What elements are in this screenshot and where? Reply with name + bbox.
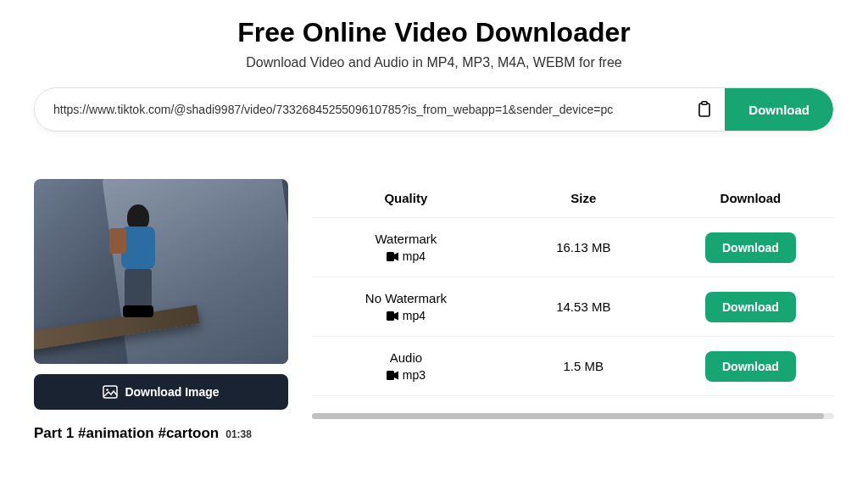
download-options-table: Quality Size Download Watermark mp4 xyxy=(312,179,834,396)
page-title: Free Online Video Downloader xyxy=(34,17,834,48)
video-title: Part 1 #animation #cartoon xyxy=(34,425,219,442)
format-label: mp4 xyxy=(403,309,426,322)
paste-button[interactable] xyxy=(684,88,725,131)
download-image-label: Download Image xyxy=(125,385,219,399)
video-icon xyxy=(387,252,398,261)
image-icon xyxy=(103,385,118,399)
size-value: 14.53 MB xyxy=(500,299,667,314)
scrollbar-thumb[interactable] xyxy=(312,413,824,419)
quality-label: No Watermark xyxy=(312,291,500,305)
horizontal-scrollbar[interactable] xyxy=(312,413,834,419)
column-header-download: Download xyxy=(667,191,834,205)
url-input[interactable] xyxy=(35,91,684,128)
svg-rect-1 xyxy=(702,102,707,105)
size-value: 1.5 MB xyxy=(500,359,667,373)
download-image-button[interactable]: Download Image xyxy=(34,374,288,410)
quality-label: Audio xyxy=(312,350,500,365)
clipboard-icon xyxy=(697,101,712,118)
download-row-button[interactable]: Download xyxy=(705,232,796,263)
column-header-size: Size xyxy=(500,191,667,205)
video-icon xyxy=(387,371,398,380)
page-subtitle: Download Video and Audio in MP4, MP3, M4… xyxy=(34,55,834,70)
download-row-button[interactable]: Download xyxy=(705,351,796,382)
video-duration: 01:38 xyxy=(225,428,252,440)
svg-rect-5 xyxy=(387,311,394,321)
svg-rect-6 xyxy=(387,371,394,380)
table-row: Audio mp3 1.5 MB Download xyxy=(312,337,834,396)
table-row: No Watermark mp4 14.53 MB Download xyxy=(312,277,834,337)
url-search-bar: Download xyxy=(34,87,834,131)
format-label: mp4 xyxy=(403,249,426,263)
svg-point-3 xyxy=(107,389,109,391)
table-row: Watermark mp4 16.13 MB Download xyxy=(312,218,834,277)
quality-label: Watermark xyxy=(312,232,500,246)
format-label: mp3 xyxy=(403,368,426,382)
download-row-button[interactable]: Download xyxy=(705,292,796,322)
video-icon xyxy=(387,311,398,321)
svg-rect-4 xyxy=(387,252,394,261)
size-value: 16.13 MB xyxy=(500,240,667,254)
column-header-quality: Quality xyxy=(312,191,500,205)
video-thumbnail[interactable] xyxy=(34,179,288,364)
download-button[interactable]: Download xyxy=(725,88,833,131)
svg-rect-0 xyxy=(699,103,709,116)
